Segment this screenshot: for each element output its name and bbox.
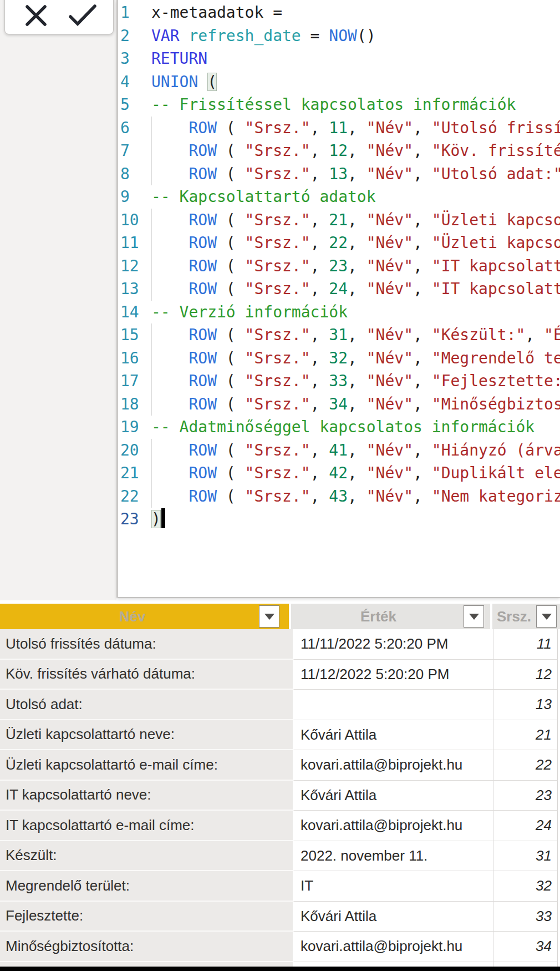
code-token: ,: [348, 372, 366, 390]
cell-nev[interactable]: Köv. frissítés várható dátuma:: [0, 660, 293, 690]
code-line[interactable]: 12 ROW ( "Srsz.", 23, "Név", "IT kapcsol…: [118, 255, 560, 278]
code-line[interactable]: 16 ROW ( "Srsz.", 32, "Név", "Megrendelő…: [118, 347, 560, 370]
code-line[interactable]: 20 ROW ( "Srsz.", 41, "Név", "Hiányzó (á…: [118, 439, 560, 462]
code-token: "Duplikált ele: [432, 464, 560, 482]
code-line[interactable]: 23): [118, 508, 560, 531]
cell-ertek[interactable]: [293, 962, 493, 967]
column-header-srsz[interactable]: Srsz.: [492, 604, 560, 629]
cell-srsz[interactable]: 22: [493, 750, 558, 781]
cell-ertek[interactable]: [293, 690, 493, 720]
code-line[interactable]: 3RETURN: [118, 47, 560, 70]
code-token: "Köv. frissíté: [432, 141, 560, 160]
table-row[interactable]: Fejlesztette:Kővári Attila33: [0, 902, 560, 932]
table-row[interactable]: IT kapcsolattartó neve:Kővári Attila23: [0, 781, 560, 811]
code-line[interactable]: 1x-metaadatok =: [118, 1, 560, 24]
code-token: "Srsz.": [245, 280, 310, 298]
cell-nev[interactable]: IT kapcsolattartó e-mail címe:: [0, 811, 293, 841]
cell-nev[interactable]: Készült:: [0, 841, 293, 872]
code-token: "Név": [366, 372, 413, 390]
code-line[interactable]: 8 ROW ( "Srsz.", 13, "Név", "Utolsó adat…: [118, 163, 560, 186]
code-line[interactable]: 7 ROW ( "Srsz.", 12, "Név", "Köv. frissí…: [118, 139, 560, 163]
table-row[interactable]: IT kapcsolattartó e-mail címe:kovari.att…: [0, 811, 560, 841]
code-token: (: [207, 73, 217, 91]
code-line[interactable]: 5-- Frissítéssel kapcsolatos információk: [118, 93, 560, 117]
filter-dropdown-button[interactable]: [536, 605, 557, 628]
code-line[interactable]: 15 ROW ( "Srsz.", 31, "Név", "Készült:",…: [118, 323, 560, 347]
cell-srsz[interactable]: 33: [493, 902, 558, 932]
cell-nev[interactable]: Fejlesztette:: [0, 902, 293, 932]
filter-dropdown-button[interactable]: [464, 605, 484, 628]
code-line[interactable]: 17 ROW ( "Srsz.", 33, "Név", "Fejlesztet…: [118, 370, 560, 393]
cell-ertek[interactable]: Kővári Attila: [293, 720, 493, 751]
table-row[interactable]: Üzleti kapcsolattartó e-mail címe:kovari…: [0, 750, 560, 781]
column-header-ertek[interactable]: Érték: [291, 604, 490, 629]
code-line[interactable]: 13 ROW ( "Srsz.", 24, "Név", "IT kapcsol…: [118, 277, 560, 301]
code-token: ,: [310, 257, 329, 275]
commit-button[interactable]: [67, 2, 98, 30]
column-header-nev[interactable]: Név: [0, 604, 289, 629]
cell-srsz[interactable]: [493, 962, 558, 967]
cell-ertek[interactable]: 2022. november 11.: [293, 841, 493, 872]
code-token: ,: [413, 165, 432, 183]
code-line[interactable]: 4UNION (: [118, 70, 560, 94]
cell-srsz[interactable]: 23: [493, 781, 558, 811]
cell-nev[interactable]: Minőségbiztosította:: [0, 932, 293, 962]
code-line[interactable]: 14-- Verzió információk: [118, 301, 560, 324]
cell-ertek[interactable]: 11/11/2022 5:20:20 PM: [293, 629, 493, 660]
table-row[interactable]: Minőségbiztosította:kovari.attila@biproj…: [0, 932, 560, 962]
cell-ertek[interactable]: kovari.attila@biprojekt.hu: [293, 811, 493, 841]
code-line[interactable]: 9-- Kapcsolattartó adatok: [118, 185, 560, 209]
cell-ertek[interactable]: IT: [293, 871, 493, 902]
cell-nev[interactable]: Üzleti kapcsolattartó e-mail címe:: [0, 750, 293, 781]
code-token: ,: [348, 349, 366, 367]
table-row[interactable]: Készült:2022. november 11.31: [0, 841, 560, 872]
cell-nev[interactable]: [0, 962, 293, 967]
filter-dropdown-button[interactable]: [259, 605, 279, 628]
code-token: "Srsz.": [245, 326, 310, 344]
code-token: [151, 211, 189, 229]
code-line[interactable]: 19-- Adatminőséggel kapcsolatos informác…: [118, 416, 560, 439]
table-row[interactable]: Utolsó adat:13: [0, 690, 560, 720]
code-token: "Hiányzó (árva: [432, 441, 560, 459]
table-row[interactable]: Köv. frissítés várható dátuma:11/12/2022…: [0, 660, 560, 690]
cell-srsz[interactable]: 13: [493, 690, 558, 720]
line-number: 22: [120, 485, 148, 508]
code-line[interactable]: 22 ROW ( "Srsz.", 43, "Név", "Nem katego…: [118, 485, 560, 508]
code-token: [151, 280, 189, 298]
cell-ertek[interactable]: Kővári Attila: [293, 902, 493, 932]
cell-srsz[interactable]: 31: [493, 841, 558, 872]
cell-srsz[interactable]: 12: [493, 660, 558, 690]
code-token: "Megrendelő te: [432, 349, 560, 367]
cell-ertek[interactable]: kovari.attila@biprojekt.hu: [293, 750, 493, 781]
cell-srsz[interactable]: 32: [493, 871, 558, 902]
cell-nev[interactable]: Megrendelő terület:: [0, 871, 293, 902]
code-token: [198, 73, 207, 91]
cell-nev[interactable]: IT kapcsolattartó neve:: [0, 781, 293, 811]
table-row[interactable]: Utolsó frissítés dátuma:11/11/2022 5:20:…: [0, 629, 560, 660]
cell-ertek[interactable]: 11/12/2022 5:20:20 PM: [293, 660, 493, 690]
code-line[interactable]: 11 ROW ( "Srsz.", 22, "Név", "Üzleti kap…: [118, 231, 560, 255]
left-panel: [0, 0, 116, 600]
code-token: "Név": [366, 165, 413, 183]
cell-srsz[interactable]: 34: [493, 932, 558, 962]
cell-nev[interactable]: Utolsó frissítés dátuma:: [0, 629, 293, 660]
code-line[interactable]: 18 ROW ( "Srsz.", 34, "Név", "Minőségbiz…: [118, 393, 560, 416]
cell-nev[interactable]: Utolsó adat:: [0, 690, 293, 720]
cancel-button[interactable]: [21, 2, 52, 30]
cell-srsz[interactable]: 11: [493, 629, 558, 660]
line-number: 15: [120, 323, 148, 347]
code-line[interactable]: 2VAR refresh_date = NOW(): [118, 24, 560, 48]
cell-ertek[interactable]: kovari.attila@biprojekt.hu: [293, 932, 493, 962]
code-line[interactable]: 10 ROW ( "Srsz.", 21, "Név", "Üzleti kap…: [118, 209, 560, 232]
code-token: ROW: [189, 464, 217, 482]
code-line[interactable]: 21 ROW ( "Srsz.", 42, "Név", "Duplikált …: [118, 462, 560, 485]
cell-srsz[interactable]: 24: [493, 811, 558, 841]
code-line[interactable]: 6 ROW ( "Srsz.", 11, "Név", "Utolsó fris…: [118, 117, 560, 140]
cell-ertek[interactable]: Kővári Attila: [293, 781, 493, 811]
table-row[interactable]: Üzleti kapcsolattartó neve:Kővári Attila…: [0, 720, 560, 751]
table-row[interactable]: Megrendelő terület:IT32: [0, 871, 560, 902]
dax-editor[interactable]: 1x-metaadatok =2VAR refresh_date = NOW()…: [116, 0, 560, 598]
cell-srsz[interactable]: 21: [493, 720, 558, 751]
cell-nev[interactable]: Üzleti kapcsolattartó neve:: [0, 720, 293, 751]
formula-bar-actions: [4, 0, 114, 34]
